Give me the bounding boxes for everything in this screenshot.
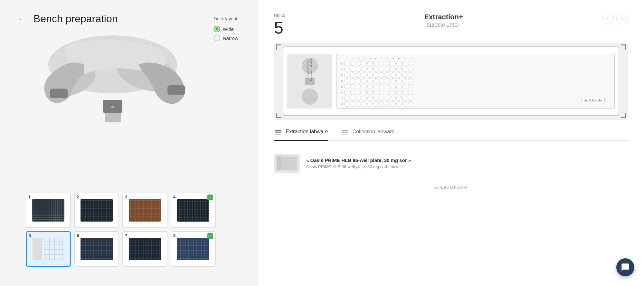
col-1: 1 [344, 57, 349, 60]
plate-cell-G2 [350, 96, 355, 101]
plate-cell-D7 [379, 78, 384, 83]
tab-extraction[interactable]: Extraction labware [274, 128, 328, 141]
plate-cell-D12 [408, 78, 413, 83]
plate-cell-F7 [379, 90, 384, 95]
deck-layout-wide-option[interactable]: Wide [214, 26, 238, 32]
plate-cell-C3 [356, 72, 361, 78]
slot-1-number: 1 [28, 195, 31, 199]
plate-cell-E11 [402, 84, 407, 89]
labware-thumbnail [274, 154, 300, 173]
plate-cell-H2 [350, 101, 355, 107]
extraction-title: Extraction+ [285, 13, 602, 21]
slot-5[interactable]: 5 [26, 231, 71, 267]
deck-layout-label: Deck layout [214, 16, 238, 21]
slot-3-number: 3 [125, 195, 127, 199]
right-panel: Block 5 Extraction+ 518.7004.175EH ‹ › [258, 0, 644, 286]
plate-cell-F2 [350, 90, 355, 95]
corner-bracket-bl [276, 113, 281, 118]
plate-cell-A10 [396, 61, 402, 66]
plate-cell-E8 [385, 84, 390, 89]
plate-cell-B2 [350, 67, 355, 72]
deck-layout-wide-label: Wide [223, 26, 234, 32]
plate-cell-C6 [373, 72, 378, 78]
tabs: Extraction labware Collection labware [274, 128, 628, 141]
svg-text:∞: ∞ [111, 105, 114, 109]
plate-cell-A2 [350, 61, 355, 66]
right-header: Block 5 Extraction+ 518.7004.175EH ‹ › [274, 13, 628, 36]
nav-next-button[interactable]: › [616, 13, 628, 24]
plate-cell-A11 [402, 61, 407, 66]
plate-cell-B4 [362, 67, 367, 72]
plate-cell-F12 [408, 90, 413, 95]
slot-2[interactable]: 2 [74, 193, 119, 228]
svg-rect-12 [342, 132, 348, 133]
labware-desc: Oasis PRiME HLB 96-well plate, 30 mg sor… [306, 164, 411, 169]
plate-cell-G5 [367, 96, 373, 101]
plate-row-label-A: A [340, 61, 344, 66]
slot-3[interactable]: 3 [122, 193, 167, 228]
deck-layout-narrow-label: Narrow [223, 35, 238, 41]
slot-8[interactable]: 8 ✓ [171, 231, 216, 267]
plate-cell-B10 [396, 67, 402, 72]
plate-cell-E3 [356, 84, 361, 89]
tab-collection[interactable]: Collection labware [341, 128, 395, 141]
plate-grid: ABCDEFGH [340, 61, 611, 107]
col-9: 9 [391, 57, 396, 60]
chat-icon [621, 263, 630, 272]
plate-cell-D4 [362, 78, 367, 83]
plate-cell-E1 [344, 84, 349, 89]
slot-6-number: 6 [77, 233, 79, 238]
plate-row-F: F [340, 90, 611, 95]
plate-cell-H5 [367, 101, 373, 107]
back-button[interactable]: ← [16, 14, 28, 24]
nav-prev-button[interactable]: ‹ [602, 13, 614, 24]
plate-cell-C11 [402, 72, 407, 78]
col-12: 12 [408, 57, 413, 60]
labware-info: « Oasis PRiME HLB 96-well plate, 30 mg s… [306, 157, 411, 169]
plate-cell-D3 [356, 78, 361, 83]
plate-cell-E5 [367, 84, 373, 89]
col-8: 8 [385, 57, 390, 60]
plate-cell-F5 [367, 90, 373, 95]
plate-cell-A8 [385, 61, 390, 66]
plate-cell-G4 [362, 96, 367, 101]
plate-row-B: B [340, 67, 611, 72]
plate-cell-G6 [373, 96, 378, 101]
manifold-left: Extraction+ Manifold518.7000000000 [287, 54, 332, 108]
collection-tab-icon [341, 128, 349, 136]
slot-4-check: ✓ [207, 195, 213, 200]
plate-cell-A12 [408, 61, 413, 66]
plate-cell-C8 [385, 72, 390, 78]
plate-cell-H11 [402, 101, 407, 107]
deck-layout-narrow-radio[interactable] [214, 35, 220, 41]
slot-1[interactable]: 1 [26, 193, 71, 228]
extraction-tab-label: Extraction labware [286, 129, 328, 135]
manifold-collar-label: Manifold collar [581, 98, 604, 103]
plate-cell-F6 [373, 90, 378, 95]
col-7: 7 [379, 57, 384, 60]
deck-layout-narrow-option[interactable]: Narrow [214, 35, 238, 41]
plate-cell-E2 [350, 84, 355, 89]
slot-6[interactable]: 6 [74, 231, 119, 267]
plate-cell-H10 [396, 101, 402, 107]
plate-cell-B1 [344, 67, 349, 72]
plate-cell-B6 [373, 67, 378, 72]
labware-title: « Oasis PRiME HLB 96-well plate, 30 mg s… [306, 157, 411, 163]
plate-cell-G12 [408, 96, 413, 101]
deck-layout-controls: Deck layout Wide Narrow [214, 16, 238, 41]
plate-cell-D2 [350, 78, 355, 83]
slot-8-pattern [177, 238, 209, 260]
plate-cell-E7 [379, 84, 384, 89]
plate-cell-D10 [396, 78, 402, 83]
slot-4[interactable]: 4 ✓ [171, 193, 216, 228]
col-2: 2 [350, 57, 355, 60]
plate-cell-G1 [344, 96, 349, 101]
deck-layout-wide-radio[interactable] [214, 26, 220, 32]
plate-row-G: G [340, 96, 611, 101]
slot-7[interactable]: 7 [122, 231, 167, 267]
plate-cell-H7 [379, 101, 384, 107]
slot-5-number: 5 [29, 234, 31, 238]
plate-row-label-G: G [340, 96, 344, 101]
chat-button[interactable] [616, 258, 634, 276]
plate-cell-C9 [391, 72, 396, 78]
